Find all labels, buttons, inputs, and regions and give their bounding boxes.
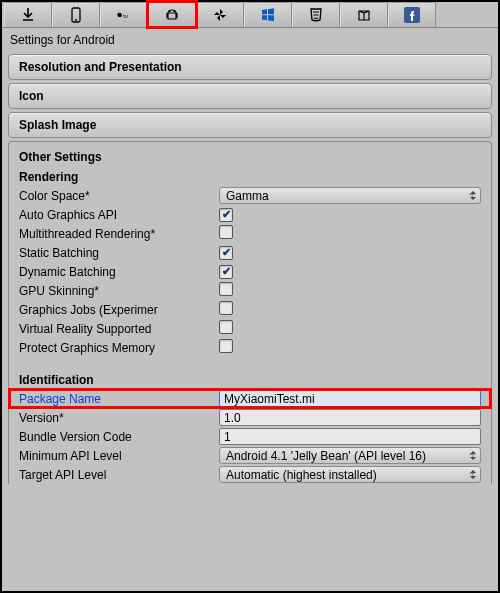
box-icon	[356, 7, 372, 23]
dyn-batch-checkbox[interactable]	[219, 265, 233, 279]
section-icon[interactable]: Icon	[8, 83, 492, 109]
static-batch-label: Static Batching	[19, 246, 219, 260]
section-resolution[interactable]: Resolution and Presentation	[8, 54, 492, 80]
bvc-input[interactable]	[219, 428, 481, 445]
dyn-batch-label: Dynamic Batching	[19, 265, 219, 279]
pinwheel-icon	[212, 7, 228, 23]
min-api-dropdown[interactable]: Android 4.1 'Jelly Bean' (API level 16)	[219, 447, 481, 464]
tab-android[interactable]	[148, 2, 196, 27]
package-name-input[interactable]	[219, 390, 481, 407]
svg-point-1	[75, 19, 77, 21]
mt-render-label: Multithreaded Rendering*	[19, 227, 219, 241]
auto-gfx-label: Auto Graphics API	[19, 208, 219, 222]
row-mt-render: Multithreaded Rendering*	[9, 224, 491, 243]
row-version: Version*	[9, 408, 491, 427]
row-protect-mem: Protect Graphics Memory	[9, 338, 491, 357]
mt-render-checkbox[interactable]	[219, 225, 233, 239]
player-settings-panel: tv Settings for Android Resolution and P…	[0, 0, 500, 593]
bvc-label: Bundle Version Code	[19, 430, 219, 444]
gfx-jobs-checkbox[interactable]	[219, 301, 233, 315]
svg-point-3	[170, 11, 171, 12]
gpu-skin-label: GPU Skinning*	[19, 284, 219, 298]
svg-text:tv: tv	[123, 13, 128, 19]
auto-gfx-checkbox[interactable]	[219, 208, 233, 222]
settings-subtitle: Settings for Android	[2, 28, 498, 51]
tab-ios[interactable]	[52, 2, 100, 27]
tab-standalone[interactable]	[4, 2, 52, 27]
tgt-api-value: Automatic (highest installed)	[226, 468, 377, 482]
download-icon	[20, 7, 36, 23]
facebook-icon	[404, 7, 420, 23]
other-settings-title[interactable]: Other Settings	[19, 150, 481, 164]
static-batch-checkbox[interactable]	[219, 246, 233, 260]
row-gpu-skin: GPU Skinning*	[9, 281, 491, 300]
gpu-skin-checkbox[interactable]	[219, 282, 233, 296]
row-package-name: Package Name	[9, 389, 491, 408]
vr-checkbox[interactable]	[219, 320, 233, 334]
color-space-value: Gamma	[226, 189, 269, 203]
tab-tizen[interactable]	[196, 2, 244, 27]
row-tgt-api: Target API Level Automatic (highest inst…	[9, 465, 491, 484]
rendering-title: Rendering	[19, 170, 481, 184]
color-space-dropdown[interactable]: Gamma	[219, 187, 481, 204]
identification-title: Identification	[19, 373, 481, 387]
row-color-space: Color Space* Gamma	[9, 186, 491, 205]
row-min-api: Minimum API Level Android 4.1 'Jelly Bea…	[9, 446, 491, 465]
section-splash[interactable]: Splash Image	[8, 112, 492, 138]
tab-windows[interactable]	[244, 2, 292, 27]
phone-icon	[68, 7, 84, 23]
svg-point-4	[174, 11, 175, 12]
color-space-label: Color Space*	[19, 189, 219, 203]
appletv-icon: tv	[116, 7, 132, 23]
vr-label: Virtual Reality Supported	[19, 322, 219, 336]
row-bvc: Bundle Version Code	[9, 427, 491, 446]
platform-tabstrip: tv	[2, 2, 498, 28]
row-gfx-jobs: Graphics Jobs (Experimer	[9, 300, 491, 319]
min-api-label: Minimum API Level	[19, 449, 219, 463]
tab-facebook[interactable]	[388, 2, 436, 27]
row-auto-gfx: Auto Graphics API	[9, 205, 491, 224]
row-dyn-batch: Dynamic Batching	[9, 262, 491, 281]
gfx-jobs-label: Graphics Jobs (Experimer	[19, 303, 219, 317]
min-api-value: Android 4.1 'Jelly Bean' (API level 16)	[226, 449, 426, 463]
tab-webgl[interactable]	[292, 2, 340, 27]
protect-mem-checkbox[interactable]	[219, 339, 233, 353]
windows-icon	[260, 7, 276, 23]
html5-icon	[308, 7, 324, 23]
android-icon	[164, 7, 180, 23]
tab-appletv[interactable]: tv	[100, 2, 148, 27]
section-other-settings: Other Settings Rendering Color Space* Ga…	[8, 141, 492, 484]
tab-test[interactable]	[340, 2, 388, 27]
package-name-label: Package Name	[19, 392, 219, 406]
version-label: Version*	[19, 411, 219, 425]
row-vr: Virtual Reality Supported	[9, 319, 491, 338]
version-input[interactable]	[219, 409, 481, 426]
protect-mem-label: Protect Graphics Memory	[19, 341, 219, 355]
tgt-api-dropdown[interactable]: Automatic (highest installed)	[219, 466, 481, 483]
tgt-api-label: Target API Level	[19, 468, 219, 482]
row-static-batch: Static Batching	[9, 243, 491, 262]
